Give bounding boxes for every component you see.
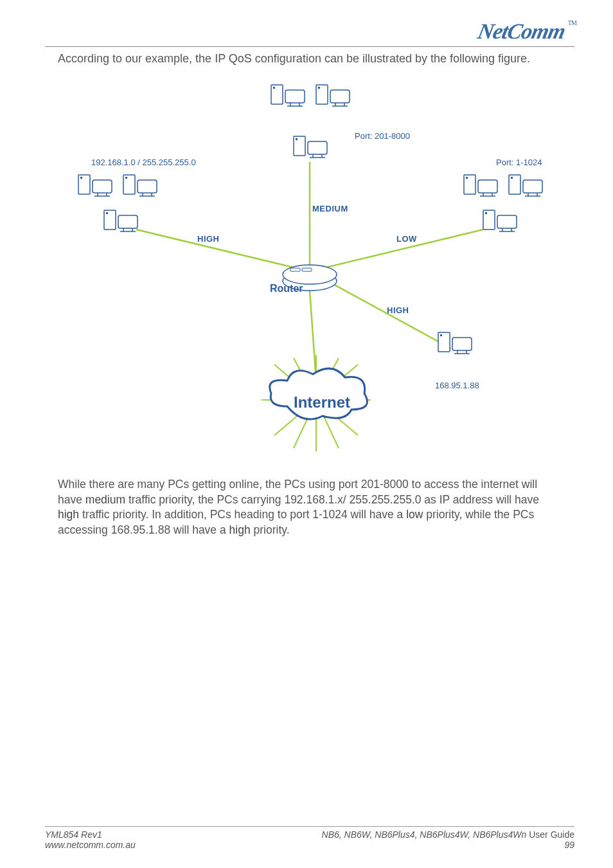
- footer-url: www.netcomm.com.au: [45, 840, 136, 850]
- svg-line-6: [136, 230, 310, 271]
- intro-text: According to our example, the IP QoS con…: [58, 52, 574, 66]
- p2: traffic priority, the PCs carrying 192.1…: [125, 493, 539, 506]
- b4: high: [229, 523, 251, 536]
- footer-right: NB6, NB6W, NB6Plus4, NB6Plus4W, NB6Plus4…: [322, 829, 574, 850]
- b1: medium: [85, 493, 125, 506]
- p5: priority.: [251, 523, 290, 536]
- page-header: NetCommTM: [45, 19, 574, 47]
- b3: low: [406, 508, 423, 521]
- annotation-right: Port: 1-1024: [496, 158, 542, 167]
- qos-diagram: 192.168.1.0 / 255.255.255.0 Port: 201-80…: [53, 72, 567, 471]
- logo-tm: TM: [568, 19, 576, 26]
- footer-models: NB6, NB6W, NB6Plus4, NB6Plus4W, NB6Plus4…: [322, 829, 527, 840]
- footer-page-number: 99: [322, 840, 574, 850]
- priority-high-right: HIGH: [387, 305, 409, 315]
- internet-label: Internet: [294, 393, 350, 411]
- logo-text: NetComm: [476, 19, 568, 43]
- annotation-top: Port: 201-8000: [355, 131, 410, 141]
- annotation-left: 192.168.1.0 / 255.255.255.0: [91, 158, 196, 167]
- footer-suffix: User Guide: [526, 829, 574, 840]
- b2: high: [58, 508, 79, 521]
- body-paragraph: While there are many PCs getting online,…: [58, 477, 562, 538]
- page-footer: YML854 Rev1 www.netcomm.com.au NB6, NB6W…: [45, 826, 574, 850]
- pc-group-right: [464, 175, 542, 231]
- brand-logo: NetCommTM: [475, 19, 577, 44]
- priority-medium: MEDIUM: [312, 204, 348, 213]
- annotation-bottom-right: 168.95.1.88: [435, 381, 479, 390]
- priority-low: LOW: [396, 234, 417, 244]
- pc-single-right: [438, 332, 472, 354]
- footer-rev: YML854 Rev1: [45, 829, 136, 840]
- pc-group-left: [78, 175, 157, 231]
- priority-high-left: HIGH: [197, 234, 220, 244]
- svg-line-10: [310, 291, 316, 381]
- p3: traffic priority. In addition, PCs headi…: [79, 508, 406, 521]
- router-label: Router: [270, 283, 303, 294]
- pc-group-top: [271, 85, 350, 158]
- footer-left: YML854 Rev1 www.netcomm.com.au: [45, 829, 136, 850]
